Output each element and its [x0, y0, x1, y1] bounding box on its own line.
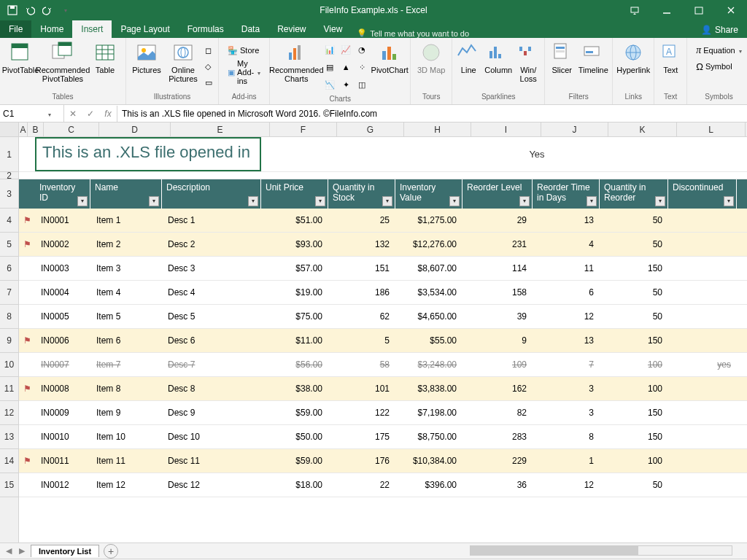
3dmap-button[interactable]: 3D Map — [414, 39, 449, 76]
slicer-button[interactable]: Slicer — [548, 39, 576, 76]
sparkline-winloss-button[interactable]: Win/ Loss — [515, 39, 541, 85]
table-row[interactable]: ⚑ IN0001 Item 1 Desc 1 $51.00 25 $1,275.… — [19, 209, 747, 233]
timeline-button[interactable]: Timeline — [577, 39, 609, 76]
share-button[interactable]: 👤Share — [692, 22, 747, 38]
table-header-7[interactable]: Reorder Time in Days▾ — [533, 179, 600, 209]
table-row[interactable]: IN0003 Item 3 Desc 3 $57.00 151 $8,607.0… — [19, 257, 747, 281]
column-header-A[interactable]: A — [19, 122, 28, 136]
cells-area[interactable]: This is an .XLS file opened in Yes Inven… — [19, 137, 747, 542]
column-header-K[interactable]: K — [608, 122, 677, 136]
table-row[interactable]: IN0005 Item 5 Desc 5 $75.00 62 $4,650.00… — [19, 305, 747, 329]
column-header-I[interactable]: I — [471, 122, 541, 136]
recommended-charts-button[interactable]: Recommended Charts — [273, 39, 320, 85]
line-chart-icon[interactable]: 📈 — [338, 42, 353, 57]
row-header-5[interactable]: 5 — [0, 233, 18, 257]
tell-me-search[interactable]: 💡Tell me what you want to do — [357, 28, 469, 38]
column-header-B[interactable]: B — [28, 122, 44, 136]
table-header-5[interactable]: Inventory Value▾ — [395, 179, 462, 209]
formula-input[interactable]: This is an .XLS file opened in Microsoft… — [117, 109, 747, 119]
row-header-10[interactable]: 10 — [0, 353, 18, 377]
sheet-tab-inventory[interactable]: Inventory List — [31, 545, 99, 557]
filter-dropdown-icon[interactable]: ▾ — [655, 196, 665, 206]
stock-chart-icon[interactable]: 📉 — [322, 77, 337, 92]
online-pictures-button[interactable]: Online Pictures — [166, 39, 201, 85]
sheet-nav-next-icon[interactable]: ▶ — [16, 545, 28, 557]
row-header-11[interactable]: 11 — [0, 377, 18, 401]
table-header-9[interactable]: Discontinued▾ — [668, 179, 737, 209]
screenshot-button[interactable]: ▭ — [202, 74, 215, 90]
scrollbar-thumb[interactable] — [471, 546, 638, 555]
column-header-L[interactable]: L — [677, 122, 746, 136]
tab-view[interactable]: View — [315, 20, 352, 38]
undo-icon[interactable] — [22, 2, 38, 18]
column-header-G[interactable]: G — [337, 122, 404, 136]
enter-formula-icon[interactable]: ✓ — [82, 106, 99, 122]
shapes-button[interactable]: ◻ — [202, 42, 215, 58]
name-box-input[interactable] — [3, 109, 47, 119]
title-cell[interactable]: This is an .XLS file opened in — [35, 137, 261, 171]
sparkline-line-button[interactable]: Line — [455, 39, 481, 76]
row-header-8[interactable]: 8 — [0, 305, 18, 329]
name-box[interactable] — [0, 105, 64, 122]
filter-dropdown-icon[interactable]: ▾ — [382, 196, 392, 206]
table-row[interactable]: IN0009 Item 9 Desc 9 $59.00 122 $7,198.0… — [19, 401, 747, 425]
column-chart-icon[interactable]: 📊 — [322, 42, 337, 57]
table-header-1[interactable]: Name▾ — [90, 179, 162, 209]
select-all-corner[interactable] — [0, 122, 19, 136]
pie-chart-icon[interactable]: ◔ — [355, 42, 369, 57]
filter-dropdown-icon[interactable]: ▾ — [519, 196, 530, 206]
symbol-button[interactable]: ΩSymbol — [693, 58, 744, 74]
sparkline-column-button[interactable]: Column — [483, 39, 514, 76]
tab-file[interactable]: File — [0, 20, 31, 38]
tab-home[interactable]: Home — [31, 20, 72, 38]
table-row[interactable]: ⚑ IN0011 Item 11 Desc 11 $59.00 176 $10,… — [19, 449, 747, 473]
column-header-C[interactable]: C — [44, 122, 99, 136]
smartart-button[interactable]: ◇ — [202, 58, 215, 74]
tab-insert[interactable]: Insert — [72, 20, 112, 38]
column-header-D[interactable]: D — [99, 122, 171, 136]
hyperlink-button[interactable]: Hyperlink — [616, 39, 651, 76]
pivottable-button[interactable]: PivotTable — [3, 39, 38, 76]
tab-data[interactable]: Data — [233, 20, 268, 38]
table-header-8[interactable]: Quantity in Reorder▾ — [600, 179, 668, 209]
filter-dropdown-icon[interactable]: ▾ — [449, 196, 460, 206]
tab-review[interactable]: Review — [268, 20, 314, 38]
maximize-icon[interactable] — [683, 0, 715, 20]
fx-icon[interactable]: fx — [99, 106, 117, 122]
filter-dropdown-icon[interactable]: ▾ — [724, 196, 734, 206]
filter-dropdown-icon[interactable]: ▾ — [149, 196, 159, 206]
row-header-14[interactable]: 14 — [0, 449, 18, 473]
row-header-12[interactable]: 12 — [0, 401, 18, 425]
table-button[interactable]: Table — [88, 39, 123, 76]
table-row[interactable]: IN0007 Item 7 Desc 7 $56.00 58 $3,248.00… — [19, 353, 747, 377]
column-header-F[interactable]: F — [270, 122, 337, 136]
table-row[interactable]: ⚑ IN0008 Item 8 Desc 8 $38.00 101 $3,838… — [19, 377, 747, 401]
table-header-6[interactable]: Reorder Level▾ — [462, 179, 533, 209]
table-row[interactable]: ⚑ IN0002 Item 2 Desc 2 $93.00 132 $12,27… — [19, 233, 747, 257]
myaddins-button[interactable]: ▣My Add-ins — [225, 64, 263, 80]
bar-chart-icon[interactable]: ▤ — [322, 60, 337, 74]
row-header-2[interactable]: 2 — [0, 172, 18, 179]
row-header-4[interactable]: 4 — [0, 209, 18, 233]
table-row[interactable]: ⚑ IN0006 Item 6 Desc 6 $11.00 5 $55.00 9… — [19, 329, 747, 353]
table-row[interactable]: IN0010 Item 10 Desc 10 $50.00 175 $8,750… — [19, 425, 747, 449]
minimize-icon[interactable] — [651, 0, 683, 20]
filter-dropdown-icon[interactable]: ▾ — [315, 196, 325, 206]
sheet-nav-prev-icon[interactable]: ◀ — [3, 545, 15, 557]
column-header-H[interactable]: H — [404, 122, 471, 136]
redo-icon[interactable] — [39, 2, 55, 18]
table-header-3[interactable]: Unit Price▾ — [261, 179, 328, 209]
row-header-15[interactable]: 15 — [0, 473, 18, 497]
cancel-formula-icon[interactable]: ✕ — [64, 106, 82, 122]
equation-button[interactable]: πEquation — [693, 42, 744, 58]
table-row[interactable]: IN0004 Item 4 Desc 4 $19.00 186 $3,534.0… — [19, 281, 747, 305]
qat-customize-icon[interactable] — [57, 2, 73, 18]
filter-dropdown-icon[interactable]: ▾ — [587, 196, 597, 206]
column-header-J[interactable]: J — [541, 122, 608, 136]
store-button[interactable]: 🏪Store — [225, 42, 263, 58]
tab-formulas[interactable]: Formulas — [179, 20, 233, 38]
recommended-pivottables-button[interactable]: Recommended PivotTables — [39, 39, 86, 85]
close-icon[interactable] — [715, 0, 747, 20]
scatter-chart-icon[interactable]: ⁘ — [355, 60, 369, 74]
filter-dropdown-icon[interactable]: ▾ — [248, 196, 258, 206]
